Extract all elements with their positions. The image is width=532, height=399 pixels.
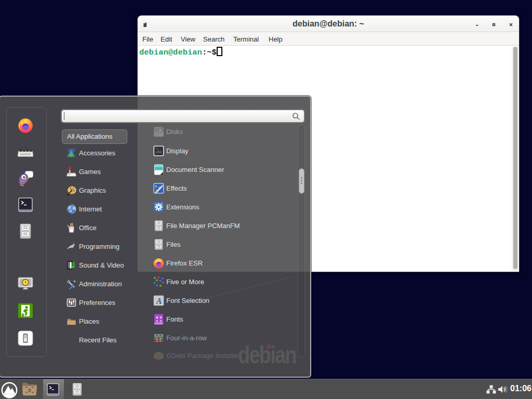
svg-text:A: A [156,297,162,305]
svg-text:D: D [28,388,31,394]
svg-text:a: a [160,318,162,323]
